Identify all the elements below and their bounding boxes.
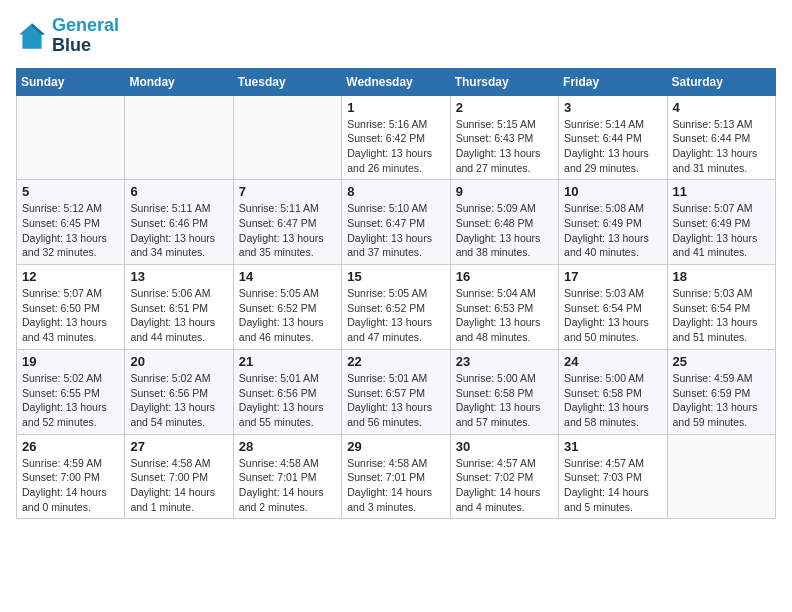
calendar-day-cell: 19Sunrise: 5:02 AM Sunset: 6:55 PM Dayli… (17, 349, 125, 434)
day-number: 28 (239, 439, 336, 454)
calendar-day-cell: 4Sunrise: 5:13 AM Sunset: 6:44 PM Daylig… (667, 95, 775, 180)
day-info: Sunrise: 5:11 AM Sunset: 6:46 PM Dayligh… (130, 201, 227, 260)
calendar-day-cell: 14Sunrise: 5:05 AM Sunset: 6:52 PM Dayli… (233, 265, 341, 350)
calendar-week-row: 12Sunrise: 5:07 AM Sunset: 6:50 PM Dayli… (17, 265, 776, 350)
day-info: Sunrise: 4:59 AM Sunset: 6:59 PM Dayligh… (673, 371, 770, 430)
calendar-day-cell: 26Sunrise: 4:59 AM Sunset: 7:00 PM Dayli… (17, 434, 125, 519)
day-info: Sunrise: 5:14 AM Sunset: 6:44 PM Dayligh… (564, 117, 661, 176)
calendar-day-cell: 12Sunrise: 5:07 AM Sunset: 6:50 PM Dayli… (17, 265, 125, 350)
day-number: 4 (673, 100, 770, 115)
day-number: 6 (130, 184, 227, 199)
calendar-day-cell (17, 95, 125, 180)
calendar-day-cell: 7Sunrise: 5:11 AM Sunset: 6:47 PM Daylig… (233, 180, 341, 265)
day-number: 23 (456, 354, 553, 369)
calendar-day-cell (125, 95, 233, 180)
day-number: 30 (456, 439, 553, 454)
day-number: 26 (22, 439, 119, 454)
day-number: 14 (239, 269, 336, 284)
calendar-day-cell (233, 95, 341, 180)
day-number: 1 (347, 100, 444, 115)
calendar-day-cell: 22Sunrise: 5:01 AM Sunset: 6:57 PM Dayli… (342, 349, 450, 434)
calendar-day-cell: 16Sunrise: 5:04 AM Sunset: 6:53 PM Dayli… (450, 265, 558, 350)
day-number: 2 (456, 100, 553, 115)
day-number: 16 (456, 269, 553, 284)
day-number: 17 (564, 269, 661, 284)
weekday-header: Sunday (17, 68, 125, 95)
day-number: 10 (564, 184, 661, 199)
weekday-header: Friday (559, 68, 667, 95)
day-info: Sunrise: 5:07 AM Sunset: 6:50 PM Dayligh… (22, 286, 119, 345)
day-number: 18 (673, 269, 770, 284)
calendar-day-cell: 3Sunrise: 5:14 AM Sunset: 6:44 PM Daylig… (559, 95, 667, 180)
day-info: Sunrise: 5:02 AM Sunset: 6:55 PM Dayligh… (22, 371, 119, 430)
logo-text: GeneralBlue (52, 16, 119, 56)
calendar-day-cell: 21Sunrise: 5:01 AM Sunset: 6:56 PM Dayli… (233, 349, 341, 434)
calendar-day-cell: 8Sunrise: 5:10 AM Sunset: 6:47 PM Daylig… (342, 180, 450, 265)
calendar-week-row: 5Sunrise: 5:12 AM Sunset: 6:45 PM Daylig… (17, 180, 776, 265)
weekday-header: Thursday (450, 68, 558, 95)
calendar-week-row: 1Sunrise: 5:16 AM Sunset: 6:42 PM Daylig… (17, 95, 776, 180)
day-number: 19 (22, 354, 119, 369)
calendar-day-cell: 2Sunrise: 5:15 AM Sunset: 6:43 PM Daylig… (450, 95, 558, 180)
day-number: 20 (130, 354, 227, 369)
calendar-day-cell: 15Sunrise: 5:05 AM Sunset: 6:52 PM Dayli… (342, 265, 450, 350)
calendar-week-row: 19Sunrise: 5:02 AM Sunset: 6:55 PM Dayli… (17, 349, 776, 434)
calendar-day-cell: 25Sunrise: 4:59 AM Sunset: 6:59 PM Dayli… (667, 349, 775, 434)
calendar-week-row: 26Sunrise: 4:59 AM Sunset: 7:00 PM Dayli… (17, 434, 776, 519)
day-number: 25 (673, 354, 770, 369)
day-number: 27 (130, 439, 227, 454)
calendar-day-cell: 23Sunrise: 5:00 AM Sunset: 6:58 PM Dayli… (450, 349, 558, 434)
weekday-header-row: SundayMondayTuesdayWednesdayThursdayFrid… (17, 68, 776, 95)
day-info: Sunrise: 5:04 AM Sunset: 6:53 PM Dayligh… (456, 286, 553, 345)
calendar-day-cell: 18Sunrise: 5:03 AM Sunset: 6:54 PM Dayli… (667, 265, 775, 350)
calendar-day-cell: 29Sunrise: 4:58 AM Sunset: 7:01 PM Dayli… (342, 434, 450, 519)
calendar-day-cell: 31Sunrise: 4:57 AM Sunset: 7:03 PM Dayli… (559, 434, 667, 519)
day-info: Sunrise: 5:10 AM Sunset: 6:47 PM Dayligh… (347, 201, 444, 260)
day-number: 22 (347, 354, 444, 369)
day-info: Sunrise: 5:02 AM Sunset: 6:56 PM Dayligh… (130, 371, 227, 430)
day-info: Sunrise: 5:07 AM Sunset: 6:49 PM Dayligh… (673, 201, 770, 260)
day-number: 7 (239, 184, 336, 199)
logo: GeneralBlue (16, 16, 119, 56)
day-info: Sunrise: 5:15 AM Sunset: 6:43 PM Dayligh… (456, 117, 553, 176)
page-header: GeneralBlue (16, 16, 776, 56)
day-info: Sunrise: 4:59 AM Sunset: 7:00 PM Dayligh… (22, 456, 119, 515)
day-info: Sunrise: 5:00 AM Sunset: 6:58 PM Dayligh… (456, 371, 553, 430)
calendar-day-cell: 5Sunrise: 5:12 AM Sunset: 6:45 PM Daylig… (17, 180, 125, 265)
day-number: 8 (347, 184, 444, 199)
logo-icon (16, 20, 48, 52)
calendar-day-cell: 30Sunrise: 4:57 AM Sunset: 7:02 PM Dayli… (450, 434, 558, 519)
weekday-header: Monday (125, 68, 233, 95)
weekday-header: Tuesday (233, 68, 341, 95)
day-info: Sunrise: 5:03 AM Sunset: 6:54 PM Dayligh… (673, 286, 770, 345)
calendar-day-cell: 10Sunrise: 5:08 AM Sunset: 6:49 PM Dayli… (559, 180, 667, 265)
day-info: Sunrise: 4:58 AM Sunset: 7:01 PM Dayligh… (347, 456, 444, 515)
calendar-day-cell: 24Sunrise: 5:00 AM Sunset: 6:58 PM Dayli… (559, 349, 667, 434)
day-info: Sunrise: 5:03 AM Sunset: 6:54 PM Dayligh… (564, 286, 661, 345)
day-info: Sunrise: 5:00 AM Sunset: 6:58 PM Dayligh… (564, 371, 661, 430)
day-info: Sunrise: 5:08 AM Sunset: 6:49 PM Dayligh… (564, 201, 661, 260)
day-info: Sunrise: 4:57 AM Sunset: 7:02 PM Dayligh… (456, 456, 553, 515)
day-number: 12 (22, 269, 119, 284)
calendar-day-cell (667, 434, 775, 519)
day-number: 9 (456, 184, 553, 199)
calendar-table: SundayMondayTuesdayWednesdayThursdayFrid… (16, 68, 776, 520)
day-info: Sunrise: 5:11 AM Sunset: 6:47 PM Dayligh… (239, 201, 336, 260)
calendar-day-cell: 13Sunrise: 5:06 AM Sunset: 6:51 PM Dayli… (125, 265, 233, 350)
calendar-day-cell: 27Sunrise: 4:58 AM Sunset: 7:00 PM Dayli… (125, 434, 233, 519)
weekday-header: Saturday (667, 68, 775, 95)
day-info: Sunrise: 5:01 AM Sunset: 6:57 PM Dayligh… (347, 371, 444, 430)
day-info: Sunrise: 4:57 AM Sunset: 7:03 PM Dayligh… (564, 456, 661, 515)
calendar-day-cell: 17Sunrise: 5:03 AM Sunset: 6:54 PM Dayli… (559, 265, 667, 350)
calendar-day-cell: 28Sunrise: 4:58 AM Sunset: 7:01 PM Dayli… (233, 434, 341, 519)
day-info: Sunrise: 5:12 AM Sunset: 6:45 PM Dayligh… (22, 201, 119, 260)
day-info: Sunrise: 5:06 AM Sunset: 6:51 PM Dayligh… (130, 286, 227, 345)
day-info: Sunrise: 5:05 AM Sunset: 6:52 PM Dayligh… (239, 286, 336, 345)
day-number: 24 (564, 354, 661, 369)
calendar-day-cell: 6Sunrise: 5:11 AM Sunset: 6:46 PM Daylig… (125, 180, 233, 265)
day-number: 11 (673, 184, 770, 199)
calendar-day-cell: 20Sunrise: 5:02 AM Sunset: 6:56 PM Dayli… (125, 349, 233, 434)
day-info: Sunrise: 5:13 AM Sunset: 6:44 PM Dayligh… (673, 117, 770, 176)
day-info: Sunrise: 5:16 AM Sunset: 6:42 PM Dayligh… (347, 117, 444, 176)
day-info: Sunrise: 4:58 AM Sunset: 7:00 PM Dayligh… (130, 456, 227, 515)
